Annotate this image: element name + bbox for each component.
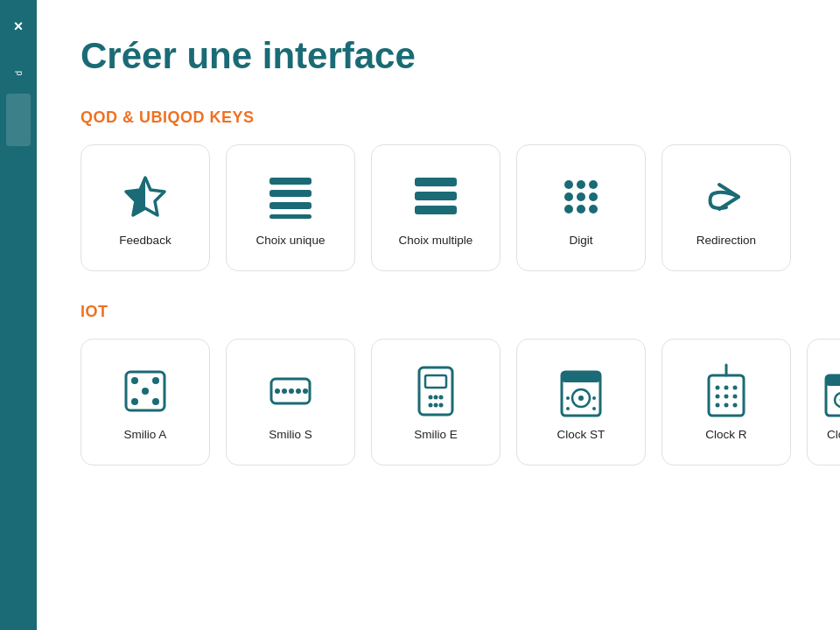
card-clock-partial[interactable]: Clock (807, 339, 840, 466)
feedback-label: Feedback (119, 234, 171, 247)
clock-r-icon (698, 363, 754, 419)
svg-rect-32 (425, 375, 446, 388)
sidebar: × d (0, 0, 37, 630)
svg-point-44 (592, 396, 596, 400)
smilio-e-label: Smilio E (414, 428, 458, 441)
card-clock-r[interactable]: Clock R (662, 339, 791, 466)
svg-point-54 (733, 395, 738, 399)
svg-point-21 (152, 377, 159, 384)
svg-point-27 (282, 388, 287, 394)
svg-point-16 (564, 205, 573, 214)
clock-st-label: Clock ST (557, 428, 606, 441)
svg-point-12 (589, 180, 598, 189)
choix-unique-icon (262, 169, 318, 225)
smilio-a-label: Smilio A (124, 428, 167, 441)
choix-multiple-icon (408, 169, 464, 225)
smilio-e-icon (408, 363, 464, 419)
svg-rect-8 (415, 192, 457, 200)
digit-label: Digit (569, 234, 592, 247)
digit-icon (553, 169, 609, 225)
svg-rect-3 (270, 178, 312, 185)
svg-point-35 (439, 396, 444, 400)
svg-point-45 (566, 407, 570, 410)
svg-point-20 (131, 377, 138, 384)
svg-rect-9 (415, 206, 457, 214)
card-choix-multiple[interactable]: Choix multiple (371, 144, 500, 271)
card-choix-unique[interactable]: Choix unique (226, 144, 355, 271)
sidebar-label: d (14, 71, 24, 76)
clock-st-icon (553, 363, 609, 419)
svg-point-42 (578, 396, 584, 401)
svg-point-26 (275, 388, 280, 394)
svg-point-18 (589, 205, 598, 214)
svg-point-37 (434, 403, 438, 408)
sidebar-block (6, 94, 31, 146)
feedback-icon (117, 169, 173, 225)
svg-rect-59 (826, 375, 840, 386)
section-qod-title: QOD & UBIQOD KEYS (80, 108, 805, 127)
svg-point-50 (724, 386, 729, 390)
iot-cards-row: Smilio A Smilio S (80, 339, 805, 466)
choix-unique-label: Choix unique (256, 234, 326, 247)
svg-rect-40 (562, 372, 600, 382)
svg-rect-7 (415, 178, 457, 186)
svg-point-15 (589, 192, 598, 201)
card-smilio-a[interactable]: Smilio A (80, 339, 210, 466)
svg-point-30 (303, 388, 308, 394)
svg-point-17 (577, 205, 585, 214)
qod-cards-row: Feedback Choix unique (80, 144, 805, 271)
svg-point-24 (152, 398, 159, 405)
svg-point-55 (716, 403, 720, 408)
clock-partial-label: Clock (827, 428, 840, 441)
smilio-s-icon (262, 363, 318, 419)
svg-point-34 (434, 396, 438, 400)
svg-point-11 (577, 180, 585, 189)
svg-point-46 (592, 407, 596, 410)
card-redirection[interactable]: Redirection (662, 144, 791, 271)
svg-point-29 (296, 388, 301, 394)
svg-rect-5 (270, 202, 312, 209)
svg-point-56 (724, 403, 729, 408)
svg-point-57 (733, 403, 738, 408)
card-clock-st[interactable]: Clock ST (516, 339, 646, 466)
choix-multiple-label: Choix multiple (399, 234, 473, 247)
svg-point-22 (142, 388, 149, 395)
svg-point-49 (716, 386, 720, 390)
svg-point-23 (131, 398, 138, 405)
svg-point-60 (835, 393, 840, 407)
svg-point-38 (439, 403, 444, 408)
card-feedback[interactable]: Feedback (80, 144, 210, 271)
smilio-a-icon (117, 363, 173, 419)
svg-point-14 (577, 192, 585, 201)
svg-point-43 (566, 396, 570, 400)
smilio-s-label: Smilio S (269, 428, 312, 441)
card-smilio-s[interactable]: Smilio S (226, 339, 355, 466)
close-button[interactable]: × (14, 18, 24, 36)
svg-rect-4 (270, 190, 312, 197)
svg-rect-6 (270, 214, 312, 219)
svg-point-52 (716, 395, 720, 399)
redirection-label: Redirection (696, 234, 756, 247)
section-iot-title: IOT (80, 303, 805, 321)
main-content: Créer une interface QOD & UBIQOD KEYS Fe… (37, 0, 840, 630)
svg-point-28 (289, 388, 294, 394)
svg-point-51 (733, 386, 738, 390)
svg-point-53 (724, 395, 729, 399)
card-digit[interactable]: Digit (516, 144, 646, 271)
svg-point-36 (429, 403, 433, 408)
page-title: Créer une interface (80, 35, 805, 77)
clock-r-label: Clock R (705, 428, 746, 441)
redirection-icon (698, 169, 754, 225)
clock-partial-icon (814, 363, 840, 419)
card-smilio-e[interactable]: Smilio E (371, 339, 500, 466)
svg-point-33 (429, 396, 433, 400)
svg-point-10 (564, 180, 573, 189)
svg-point-13 (564, 192, 573, 201)
